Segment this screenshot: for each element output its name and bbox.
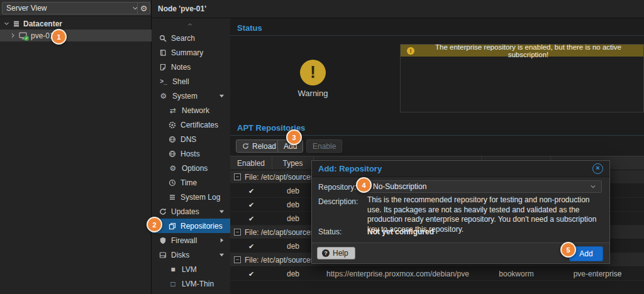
tree-panel-header: Server View ⚙ — [0, 0, 151, 16]
node-header: Node 'pve-01' — [152, 0, 644, 18]
globe-icon — [169, 136, 176, 143]
caret-right-icon — [219, 237, 225, 243]
menu-item-shell[interactable]: >_Shell — [152, 74, 230, 89]
description-field-label: Description: — [318, 197, 358, 206]
reload-button[interactable]: Reload — [236, 139, 282, 153]
datacenter-icon — [13, 20, 20, 28]
step-badge-5: 5 — [560, 242, 576, 258]
node-header-title: Node 'pve-01' — [158, 4, 206, 13]
menu-item-repositories[interactable]: Repositories — [152, 219, 230, 233]
menu-item-options[interactable]: ⚙Options — [152, 161, 230, 175]
repositories-icon — [169, 222, 176, 230]
globe-icon — [169, 150, 176, 158]
dialog-titlebar[interactable]: Add: Repository × — [312, 161, 609, 177]
column-header-enabled[interactable]: Enabled — [230, 156, 272, 170]
refresh-icon — [242, 143, 249, 150]
subscription-status-panel: ! The enterprise repository is enabled, … — [400, 44, 644, 112]
resource-tree-panel: Server View ⚙ Datacenter ✓ pve-01 — [0, 0, 152, 294]
menu-item-notes[interactable]: Notes — [152, 60, 230, 74]
menu-item-dns[interactable]: DNS — [152, 132, 230, 146]
notes-icon — [159, 63, 167, 71]
caret-down-icon — [219, 252, 225, 258]
banner-text: The enterprise repository is enabled, bu… — [419, 43, 637, 58]
tree-item-datacenter[interactable]: Datacenter — [0, 18, 153, 30]
repository-select[interactable]: No-Subscription — [367, 180, 602, 193]
check-icon: ✔ — [248, 201, 254, 209]
repo-suite: bookworm — [482, 270, 551, 278]
chevron-down-icon — [590, 183, 596, 190]
repository-status-value: Not yet configured — [367, 227, 434, 236]
check-icon: ✔ — [248, 270, 254, 278]
menu-item-summary[interactable]: Summary — [152, 45, 230, 60]
status-section-title: Status — [237, 23, 262, 33]
proxmox-app-window: Server View ⚙ Datacenter ✓ pve-01 Node '… — [0, 0, 644, 294]
gears-icon: ⚙ — [159, 92, 168, 100]
node-icon: ✓ — [19, 32, 28, 40]
view-selector[interactable]: Server View — [2, 2, 143, 14]
expander-down-icon[interactable] — [4, 21, 9, 26]
section-divider — [230, 35, 644, 36]
step-badge-2: 2 — [147, 217, 162, 232]
menu-item-updates[interactable]: Updates — [152, 204, 230, 219]
menu-item-system-log[interactable]: System Log — [152, 190, 230, 204]
disk-icon — [159, 251, 167, 259]
summary-icon — [159, 49, 167, 57]
tree-item-label: Datacenter — [23, 19, 62, 28]
warning-icon: ! — [300, 60, 326, 85]
tree-item-pve-01[interactable]: ✓ pve-01 — [0, 30, 160, 41]
caret-down-icon — [219, 93, 225, 99]
search-icon — [159, 35, 167, 42]
column-header-types[interactable]: Types — [272, 156, 314, 170]
repository-select-value: No-Subscription — [373, 182, 426, 191]
menu-item-certificates[interactable]: Certificates — [152, 117, 230, 132]
menu-item-network[interactable]: ⇄Network — [152, 103, 230, 117]
collapse-icon[interactable]: − — [234, 229, 241, 236]
square-outline-icon: □ — [169, 280, 177, 288]
step-badge-4: 4 — [356, 177, 372, 193]
subscription-warning-banner: ! The enterprise repository is enabled, … — [401, 45, 643, 57]
terminal-icon: >_ — [159, 78, 168, 85]
menu-item-disks[interactable]: Disks — [152, 248, 230, 262]
alert-icon: ! — [407, 47, 414, 55]
warning-label: Warning — [287, 89, 338, 98]
refresh-icon — [159, 208, 167, 215]
step-badge-3: 3 — [286, 129, 302, 145]
view-selector-label: Server View — [6, 4, 47, 13]
menu-item-firewall[interactable]: Firewall — [152, 233, 230, 248]
menu-item-system[interactable]: ⚙System — [152, 89, 230, 103]
menu-item-lvm-thin[interactable]: □LVM-Thin — [152, 276, 230, 291]
step-badge-1: 1 — [51, 29, 67, 45]
tree-settings-button[interactable]: ⚙ — [137, 2, 150, 14]
caret-down-icon — [219, 209, 225, 214]
repo-component: pve-enterprise — [551, 270, 644, 278]
certificate-icon — [169, 121, 176, 129]
menu-item-search[interactable]: Search — [152, 31, 230, 45]
network-icon: ⇄ — [169, 107, 177, 114]
menu-item-hosts[interactable]: Hosts — [152, 146, 230, 161]
node-online-check-icon: ✓ — [24, 36, 29, 41]
repo-uri: https://enterprise.proxmox.com/debian/pv… — [314, 270, 482, 278]
gear-icon: ⚙ — [169, 165, 177, 172]
expander-right-icon[interactable] — [10, 33, 16, 38]
square-filled-icon: ■ — [169, 266, 177, 273]
table-row-pve-enterprise[interactable]: ✔ deb https://enterprise.proxmox.com/deb… — [230, 267, 644, 281]
dialog-title: Add: Repository — [318, 164, 382, 173]
menu-item-time[interactable]: Time — [152, 175, 230, 190]
toolbar-separator — [302, 141, 303, 151]
collapse-icon[interactable]: − — [234, 256, 241, 263]
node-menu-panel: Search Summary Notes >_Shell ⚙System ⇄Ne… — [152, 18, 231, 294]
close-icon[interactable]: × — [592, 163, 603, 174]
help-button[interactable]: ? Help — [317, 247, 355, 259]
check-icon: ✔ — [248, 215, 254, 222]
question-icon: ? — [322, 249, 330, 257]
status-field-label: Status: — [318, 227, 341, 236]
collapse-icon[interactable]: − — [234, 173, 241, 180]
list-icon — [169, 193, 176, 201]
shield-icon — [159, 237, 167, 244]
gear-icon: ⚙ — [140, 4, 148, 13]
clock-icon — [169, 179, 176, 187]
scroll-up-icon[interactable] — [186, 22, 194, 27]
menu-item-lvm[interactable]: ■LVM — [152, 262, 230, 276]
check-icon: ✔ — [248, 242, 254, 250]
check-icon: ✔ — [248, 187, 254, 195]
